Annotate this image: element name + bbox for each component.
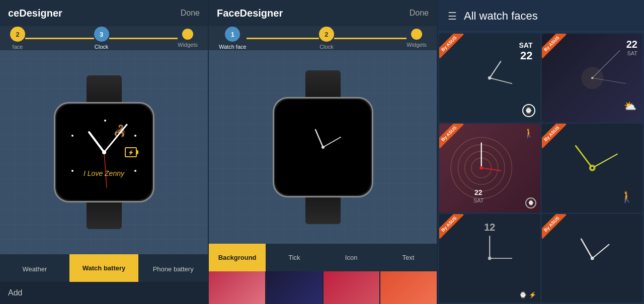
watch-frame-2 xyxy=(273,70,373,224)
step-line-2 xyxy=(109,38,178,39)
step-line-1 xyxy=(25,38,94,39)
face5-icons: ⌚ ⚡ xyxy=(519,291,536,298)
face3-person-icon: 🚶 xyxy=(523,128,534,139)
thumb-1[interactable] xyxy=(209,271,265,304)
asus-badge-3 xyxy=(439,124,469,154)
svg-point-6 xyxy=(321,146,325,149)
thumbnail-strip xyxy=(209,271,437,304)
thumb-3[interactable] xyxy=(324,271,380,304)
face5-icon2: ⚡ xyxy=(529,291,536,298)
panel1-done-button[interactable]: Done xyxy=(181,9,200,18)
watch-body-1: 🦂 ⚡ xyxy=(54,102,154,202)
step1-circle: 2 xyxy=(10,27,25,42)
step1-label: face xyxy=(13,44,23,50)
panel1-title: ceDesigner xyxy=(8,8,62,19)
panel1-stepbar: 2 face 3 Clock Widgets xyxy=(0,26,208,50)
svg-point-20 xyxy=(479,166,483,170)
panel-1: ceDesigner Done 2 face 3 Clock Widgets xyxy=(0,0,209,304)
panel2-title: FaceDesigner xyxy=(217,8,283,19)
face2-date: 22 xyxy=(626,39,637,50)
step3-label: Widgets xyxy=(178,42,198,48)
face-card-4[interactable]: 🚶 xyxy=(542,124,643,212)
tab-tick[interactable]: Tick xyxy=(266,244,323,271)
face1-date: 22 xyxy=(519,49,533,62)
svg-line-8 xyxy=(490,78,512,83)
panel1-watch-area: 🦂 ⚡ xyxy=(0,50,208,254)
panel2-watch-area xyxy=(209,50,437,244)
tab-icon[interactable]: Icon xyxy=(323,244,380,271)
asus-badge-4 xyxy=(542,124,572,154)
face3-date: 22 xyxy=(474,188,482,196)
panel2-stepbar: 1 Watch face 2 Clock Widgets xyxy=(209,26,437,50)
face-card-2[interactable]: 22 SAT ⛅ xyxy=(542,34,643,122)
watch-faces-grid: SAT 22 ⌚ 22 SAT ⛅ xyxy=(438,32,644,304)
clock-svg-1 xyxy=(56,105,152,200)
step2-label: Clock xyxy=(95,44,109,50)
face1-watch-icon: ⌚ xyxy=(522,104,535,117)
love-text: I Love Zenny xyxy=(84,169,124,177)
step1-item: 2 face xyxy=(10,27,25,50)
step3-circle xyxy=(182,29,193,40)
asus-badge-2 xyxy=(542,34,572,64)
p2-line-1 xyxy=(247,38,319,39)
svg-point-3 xyxy=(102,150,106,154)
strap-bottom-1 xyxy=(87,201,122,229)
thumb-4[interactable] xyxy=(380,271,437,304)
asus-badge-6 xyxy=(542,214,572,244)
panel-3: ☰ All watch faces SAT 22 ⌚ xyxy=(438,0,644,304)
face-card-1[interactable]: SAT 22 ⌚ xyxy=(439,34,540,122)
p2-step3-circle xyxy=(411,29,422,40)
thumb-2[interactable] xyxy=(266,271,323,304)
panel1-header: ceDesigner Done xyxy=(0,0,208,26)
menu-icon[interactable]: ☰ xyxy=(448,10,457,22)
watch-frame-1: 🦂 ⚡ xyxy=(54,75,154,229)
panel3-header: ☰ All watch faces xyxy=(438,0,644,32)
tab-weather[interactable]: Weather xyxy=(0,254,69,282)
strap-top-1 xyxy=(87,75,122,103)
watch-face-1: 🦂 ⚡ xyxy=(56,105,152,200)
panel2-done-button[interactable]: Done xyxy=(410,9,429,18)
step2-circle: 3 xyxy=(94,27,109,42)
svg-point-35 xyxy=(590,257,594,260)
watch-face-2 xyxy=(275,99,371,195)
svg-point-9 xyxy=(488,76,492,80)
panel2-header: FaceDesigner Done xyxy=(209,0,437,26)
svg-line-0 xyxy=(89,132,104,152)
p2-step3-label: Widgets xyxy=(407,42,427,48)
face2-cloud-icon: ⛅ xyxy=(624,100,636,112)
p2-step1: 1 Watch face xyxy=(219,27,247,50)
add-button[interactable]: Add xyxy=(0,282,208,304)
tab-watch-battery[interactable]: Watch battery xyxy=(69,254,139,282)
face-card-5[interactable]: 12 ⌚ ⚡ xyxy=(439,214,540,302)
tab-phone-battery[interactable]: Phone battery xyxy=(138,254,208,282)
strap-bottom-2 xyxy=(305,196,341,224)
asus-badge-5 xyxy=(439,214,469,244)
panel3-title: All watch faces xyxy=(464,10,538,23)
face5-icon1: ⌚ xyxy=(519,291,527,298)
p2-step1-label: Watch face xyxy=(219,44,247,50)
svg-text:12: 12 xyxy=(484,222,495,233)
p2-step2: 2 Clock xyxy=(319,27,334,50)
face3-day: SAT xyxy=(473,197,484,204)
panel-2: FaceDesigner Done 1 Watch face 2 Clock W… xyxy=(209,0,438,304)
clock-svg-2 xyxy=(275,99,371,195)
tab-text[interactable]: Text xyxy=(380,244,437,271)
panel2-tabs: Background Tick Icon Text xyxy=(209,244,437,271)
svg-point-25 xyxy=(591,167,593,169)
svg-line-5 xyxy=(323,137,341,147)
face1-day: SAT xyxy=(519,41,533,49)
face4-person-icon: 🚶 xyxy=(620,190,633,204)
p2-step1-circle: 1 xyxy=(225,27,240,42)
face-card-3[interactable]: 🚶 22 SAT ⌚ xyxy=(439,124,540,212)
p2-line-2 xyxy=(334,38,407,39)
svg-line-7 xyxy=(490,61,501,78)
face2-info: 22 SAT xyxy=(626,39,637,56)
p2-step2-label: Clock xyxy=(319,44,334,50)
face-card-6[interactable] xyxy=(542,214,643,302)
face2-day: SAT xyxy=(626,50,637,56)
tab-background[interactable]: Background xyxy=(209,244,266,271)
panel1-tabs: Weather Watch battery Phone battery xyxy=(0,254,208,282)
svg-point-31 xyxy=(488,257,492,260)
p2-step2-circle: 2 xyxy=(319,27,334,42)
step3-item: Widgets xyxy=(178,29,198,48)
